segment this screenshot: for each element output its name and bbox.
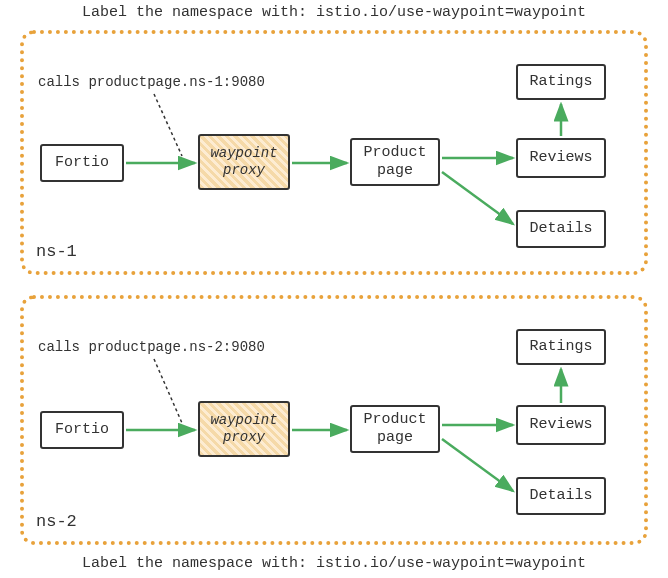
svg-line-11 xyxy=(154,359,182,423)
node-details-2: Details xyxy=(516,477,606,515)
node-waypoint-2: waypointproxy xyxy=(198,401,290,457)
call-label-2: calls productpage.ns-2:9080 xyxy=(38,339,265,355)
diagram-canvas: Label the namespace with: istio.io/use-w… xyxy=(0,0,668,578)
node-waypoint-1: waypointproxy xyxy=(198,134,290,190)
node-details-1: Details xyxy=(516,210,606,248)
namespace-ns-1: ns-1 calls productpage.ns-1:9080 Fortio … xyxy=(20,30,648,275)
namespace-ns-2: ns-2 calls productpage.ns-2:9080 Fortio … xyxy=(20,295,648,545)
node-fortio-1: Fortio xyxy=(40,144,124,182)
svg-line-3 xyxy=(442,172,513,224)
node-fortio-2: Fortio xyxy=(40,411,124,449)
bottom-caption: Label the namespace with: istio.io/use-w… xyxy=(0,555,668,572)
ns-label-1: ns-1 xyxy=(36,242,77,261)
node-productpage-2: Productpage xyxy=(350,405,440,453)
node-productpage-1: Productpage xyxy=(350,138,440,186)
node-ratings-2: Ratings xyxy=(516,329,606,365)
ns-label-2: ns-2 xyxy=(36,512,77,531)
node-reviews-2: Reviews xyxy=(516,405,606,445)
svg-line-5 xyxy=(154,94,182,156)
top-caption: Label the namespace with: istio.io/use-w… xyxy=(0,4,668,21)
svg-line-9 xyxy=(442,439,513,491)
node-ratings-1: Ratings xyxy=(516,64,606,100)
node-reviews-1: Reviews xyxy=(516,138,606,178)
call-label-1: calls productpage.ns-1:9080 xyxy=(38,74,265,90)
